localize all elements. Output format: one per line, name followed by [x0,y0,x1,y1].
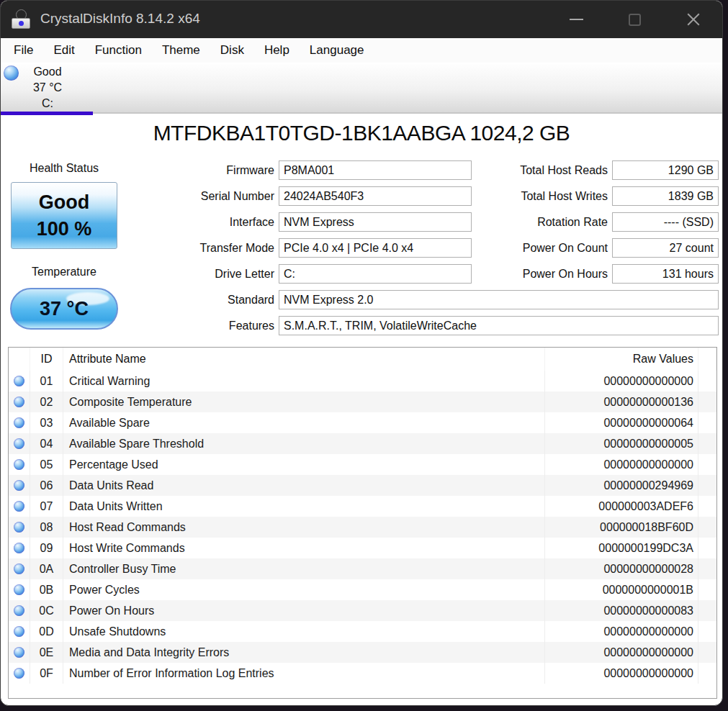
attr-id: 01 [30,371,63,391]
power-on-count-label: Power On Count [490,238,608,258]
attr-raw-value: 000000018BF60D [545,517,698,538]
transfer-mode-label: Transfer Mode [145,238,274,258]
status-orb-icon [14,668,24,679]
table-row[interactable]: 03Available Spare00000000000064 [9,412,716,433]
drive-tab-temperature: 37 °C [14,80,81,96]
total-host-writes-value: 1839 GB [612,186,719,206]
status-orb-icon [14,397,24,407]
attr-id: 0C [30,600,63,621]
attr-raw-value: 000000003ADEF6 [545,496,698,517]
attr-name: Percentage Used [63,454,545,475]
table-row[interactable]: 0FNumber of Error Information Log Entrie… [9,663,716,684]
menu-item-theme[interactable]: Theme [152,38,210,63]
temperature-indicator: 37 °C [10,288,118,330]
status-orb-icon [14,417,24,428]
power-on-count-value: 27 count [612,238,719,258]
status-orb-icon [14,480,24,491]
table-row[interactable]: 04Available Spare Threshold0000000000000… [9,433,716,454]
table-row[interactable]: 0EMedia and Data Integrity Errors0000000… [9,642,716,663]
menubar: File Edit Function Theme Disk Help Langu… [1,38,722,63]
attr-name: Unsafe Shutdowns [63,621,545,642]
temperature-value: 37 °C [40,298,89,320]
table-row[interactable]: 0CPower On Hours00000000000083 [9,600,716,621]
menu-item-disk[interactable]: Disk [210,38,254,63]
menu-item-function[interactable]: Function [85,38,152,63]
attr-name: Data Units Written [63,496,545,517]
drive-tab-c[interactable]: Good 37 °C C: [1,63,93,114]
attr-raw-value: 00000000000083 [545,600,698,621]
drive-tabstrip: Good 37 °C C: [1,63,722,114]
drive-tab-status: Good [14,64,81,80]
status-orb-icon [14,647,24,658]
header-attribute-name: Attribute Name [63,348,545,371]
firmware-value: P8MA001 [279,160,472,180]
attr-id: 04 [30,433,63,454]
attr-name: Power On Hours [63,600,545,621]
features-label: Features [145,316,274,335]
menu-item-help[interactable]: Help [254,38,300,63]
app-icon-dot [19,21,24,26]
interface-value: NVM Express [279,212,472,232]
attr-id: 05 [30,454,63,475]
rotation-rate-label: Rotation Rate [490,212,608,232]
attr-raw-value: 00000000000136 [545,391,698,412]
status-orb-icon [14,543,24,553]
attr-id: 0A [30,558,63,579]
smart-attributes-table: ID Attribute Name Raw Values 01Critical … [8,347,717,699]
table-row[interactable]: 05Percentage Used00000000000000 [9,454,716,475]
app-icon [11,9,31,30]
table-row[interactable]: 09Host Write Commands0000000199DC3A [9,538,716,558]
app-window: CrystalDiskInfo 8.14.2 x64 File Edit Fun… [0,0,723,706]
health-status-indicator: Good 100 % [11,182,117,249]
maximize-button[interactable] [606,1,664,38]
attr-name: Available Spare [63,412,545,433]
table-row[interactable]: 07Data Units Written000000003ADEF6 [9,496,716,517]
drive-model-title: MTFDKBA1T0TGD-1BK1AABGA 1024,2 GB [1,121,722,145]
status-orb-icon [14,522,24,533]
titlebar: CrystalDiskInfo 8.14.2 x64 [1,1,722,38]
attr-name: Power Cycles [63,579,545,600]
attr-id: 06 [30,475,63,496]
table-row[interactable]: 08Host Read Commands000000018BF60D [9,517,716,538]
attr-name: Critical Warning [63,371,545,391]
table-row[interactable]: 0BPower Cycles0000000000001B [9,579,716,600]
serial-number-label: Serial Number [145,186,274,206]
attr-name: Host Read Commands [63,517,545,538]
menu-item-file[interactable]: File [4,38,43,63]
active-tab-indicator [1,112,93,115]
attr-id: 0F [30,663,63,684]
status-orb-icon [14,605,24,616]
header-raw-values: Raw Values [545,348,698,371]
attr-name: Media and Data Integrity Errors [63,642,545,663]
close-button[interactable] [664,1,722,38]
health-status-label: Health Status [11,162,117,175]
serial-number-value: 24024AB540F3 [279,186,472,206]
table-row[interactable]: 01Critical Warning00000000000000 [9,371,716,391]
firmware-label: Firmware [145,160,274,180]
drive-letter-label: Drive Letter [145,264,274,284]
attr-id: 09 [30,538,63,558]
table-row[interactable]: 02Composite Temperature00000000000136 [9,391,716,412]
window-controls [547,1,722,38]
attr-name: Number of Error Information Log Entries [63,663,545,684]
total-host-reads-label: Total Host Reads [490,160,608,180]
standard-label: Standard [145,290,274,309]
minimize-icon [570,19,583,20]
menu-item-edit[interactable]: Edit [43,38,84,63]
table-row[interactable]: 0DUnsafe Shutdowns00000000000000 [9,621,716,642]
smart-table-header: ID Attribute Name Raw Values [9,348,716,371]
menu-item-language[interactable]: Language [300,38,374,63]
health-status-value: Good [39,189,89,216]
attr-name: Controller Busy Time [63,558,545,579]
features-value: S.M.A.R.T., TRIM, VolatileWriteCache [279,316,719,335]
header-id: ID [30,348,63,371]
temperature-label: Temperature [11,266,117,278]
attr-id: 03 [30,412,63,433]
minimize-button[interactable] [547,1,606,38]
table-row[interactable]: 06Data Units Read00000000294969 [9,475,716,496]
table-row[interactable]: 0AController Busy Time00000000000028 [9,558,716,579]
header-status-column [9,348,30,371]
attr-raw-value: 00000000000005 [545,433,698,454]
attr-raw-value: 00000000000028 [545,558,698,579]
drive-tab-text: Good 37 °C C: [14,64,81,112]
